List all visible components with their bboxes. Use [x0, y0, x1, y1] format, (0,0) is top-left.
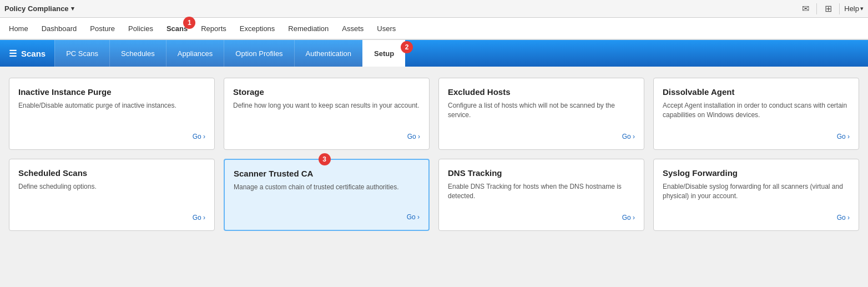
tab-authentication[interactable]: Authentication — [294, 40, 362, 67]
card-title-dissolvable: Dissolvable Agent — [663, 87, 850, 97]
nav-exceptions[interactable]: Exceptions — [240, 22, 275, 35]
nav-posture[interactable]: Posture — [90, 22, 115, 35]
divider — [816, 3, 817, 14]
nav-dashboard[interactable]: Dashboard — [42, 22, 77, 35]
tabs-title-label: Scans — [21, 49, 46, 58]
card-inactive-instance-purge: Inactive Instance Purge Enable/Disable a… — [9, 78, 215, 150]
card-desc-syslog: Enable/Disable syslog forwarding for all… — [663, 182, 850, 201]
card-excluded-hosts: Excluded Hosts Configure a list of hosts… — [438, 78, 644, 150]
card-storage: Storage Define how long you want to keep… — [224, 78, 430, 150]
card-title-excluded: Excluded Hosts — [448, 87, 635, 97]
top-bar: Policy Compliance ▾ ✉ ⊞ Help ▾ — [0, 0, 868, 18]
mail-icon[interactable]: ✉ — [799, 2, 812, 16]
card-dissolvable-agent: Dissolvable Agent Accept Agent installat… — [653, 78, 859, 150]
card-desc-excluded: Configure a list of hosts which will not… — [448, 101, 635, 120]
badge-3: 3 — [319, 153, 331, 165]
help-label: Help — [844, 4, 859, 13]
card-link-dns[interactable]: Go › — [448, 214, 635, 221]
nav-users[interactable]: Users — [377, 22, 396, 35]
card-desc-trusted-ca: Manage a custom chain of trusted certifi… — [234, 183, 420, 192]
card-link-excluded[interactable]: Go › — [448, 133, 635, 140]
card-syslog-forwarding: Syslog Forwarding Enable/Disable syslog … — [653, 159, 859, 231]
top-bar-right: ✉ ⊞ Help ▾ — [799, 2, 864, 16]
cards-row-2: Scheduled Scans Define scheduling option… — [9, 159, 859, 231]
nav-bar: Home Dashboard Posture Policies Scans 1 … — [0, 18, 868, 40]
tabs-bar: ☰ Scans PC Scans Schedules Appliances Op… — [0, 40, 868, 67]
nav-policies[interactable]: Policies — [128, 22, 153, 35]
menu-icon: ☰ — [9, 48, 17, 59]
card-link-storage[interactable]: Go › — [233, 133, 420, 140]
app-name: Policy Compliance — [4, 4, 69, 13]
nav-assets[interactable]: Assets — [342, 22, 364, 35]
tab-option-profiles[interactable]: Option Profiles — [224, 40, 294, 67]
card-dns-tracking: DNS Tracking Enable DNS Tracking for hos… — [438, 159, 644, 231]
cards-row-1: Inactive Instance Purge Enable/Disable a… — [9, 78, 859, 150]
help-arrow: ▾ — [860, 5, 864, 12]
card-desc-dns: Enable DNS Tracking for hosts when the D… — [448, 182, 635, 201]
tab-pc-scans[interactable]: PC Scans — [54, 40, 109, 67]
badge-1: 1 — [183, 17, 195, 29]
tab-appliances[interactable]: Appliances — [166, 40, 224, 67]
badge-2: 2 — [401, 41, 413, 53]
scans-title: ☰ Scans — [0, 48, 54, 59]
card-desc-storage: Define how long you want to keep scan re… — [233, 101, 420, 110]
card-scheduled-scans: Scheduled Scans Define scheduling option… — [9, 159, 215, 231]
card-link-inactive[interactable]: Go › — [18, 133, 205, 140]
card-desc-dissolvable: Accept Agent installation in order to co… — [663, 101, 850, 120]
card-title-inactive: Inactive Instance Purge — [18, 87, 205, 97]
nav-reports[interactable]: Reports — [201, 22, 226, 35]
main-content: Inactive Instance Purge Enable/Disable a… — [0, 67, 868, 266]
card-title-dns: DNS Tracking — [448, 168, 635, 178]
card-scanner-trusted-ca: 3 Scanner Trusted CA Manage a custom cha… — [224, 159, 430, 231]
tab-schedules[interactable]: Schedules — [109, 40, 166, 67]
card-title-syslog: Syslog Forwarding — [663, 168, 850, 178]
nav-remediation[interactable]: Remediation — [288, 22, 329, 35]
nav-scans[interactable]: Scans 1 — [166, 22, 188, 35]
card-desc-scheduled: Define scheduling options. — [18, 182, 205, 192]
card-link-trusted-ca[interactable]: Go › — [234, 213, 420, 221]
divider2 — [839, 3, 840, 14]
card-link-dissolvable[interactable]: Go › — [663, 133, 850, 140]
dropdown-arrow[interactable]: ▾ — [71, 5, 74, 12]
tab-setup-wrap: Setup 2 — [362, 40, 405, 67]
card-desc-inactive: Enable/Disable automatic purge of inacti… — [18, 101, 205, 110]
card-title-trusted-ca: Scanner Trusted CA — [234, 169, 420, 178]
display-icon[interactable]: ⊞ — [821, 2, 835, 16]
card-link-syslog[interactable]: Go › — [663, 214, 850, 221]
nav-home[interactable]: Home — [9, 22, 28, 35]
card-link-scheduled[interactable]: Go › — [18, 214, 205, 221]
tab-setup[interactable]: Setup — [362, 40, 405, 67]
app-switcher[interactable]: Policy Compliance ▾ — [4, 4, 74, 13]
help-button[interactable]: Help ▾ — [844, 4, 864, 13]
card-title-storage: Storage — [233, 87, 420, 97]
card-title-scheduled: Scheduled Scans — [18, 168, 205, 178]
